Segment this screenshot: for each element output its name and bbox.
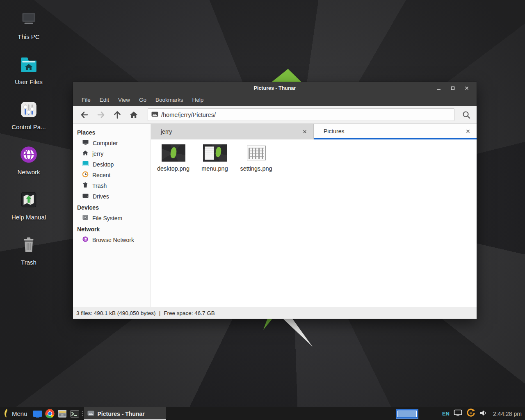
- distro-logo-icon: [3, 409, 9, 419]
- file-system-icon: [82, 214, 89, 222]
- sidebar-item-jerry[interactable]: jerry: [73, 148, 151, 159]
- applications-menu-button[interactable]: Menu: [0, 407, 32, 420]
- search-icon[interactable]: [459, 107, 474, 122]
- desktop-icon-trash[interactable]: Trash: [6, 235, 52, 280]
- sidebar-item-desktop[interactable]: Desktop: [73, 159, 151, 170]
- desktop-icon-label: This PC: [18, 33, 39, 40]
- menu-view[interactable]: View: [114, 94, 135, 106]
- content-column: jerry Pictures des: [151, 124, 477, 307]
- thunar-window: Pictures - Thunar File Edit View Go Book…: [73, 82, 477, 319]
- file-desktop-png[interactable]: desktop.png: [153, 144, 194, 172]
- panel-separator-handle[interactable]: [81, 407, 84, 420]
- path-bar[interactable]: /home/jerry/Pictures/: [148, 108, 454, 121]
- window-title: Pictures - Thunar: [73, 85, 477, 91]
- update-notifier-icon[interactable]: [466, 409, 475, 419]
- desktop-icon-label: Control Pa...: [11, 123, 46, 130]
- tab-pictures[interactable]: Pictures: [314, 124, 477, 139]
- menu-go[interactable]: Go: [135, 94, 151, 106]
- image-file-icon: [151, 111, 158, 119]
- menu-bar: File Edit View Go Bookmarks Help: [73, 94, 477, 106]
- folder-home-icon: [18, 54, 39, 75]
- volume-icon[interactable]: [479, 409, 487, 418]
- menu-button-label: Menu: [12, 410, 27, 417]
- menu-help[interactable]: Help: [188, 94, 208, 106]
- sidebar-header-devices: Devices: [73, 202, 151, 213]
- image-file-icon: [87, 410, 94, 418]
- system-tray: EN 2:44:28 pm: [396, 409, 525, 419]
- desktop-monitor-icon: [82, 160, 89, 169]
- tab-bar: jerry Pictures: [151, 124, 477, 139]
- keyboard-layout-indicator[interactable]: EN: [442, 411, 450, 417]
- desktop-icon-label: Network: [17, 169, 40, 176]
- tab-jerry[interactable]: jerry: [151, 124, 314, 139]
- control-panel-icon: [18, 99, 39, 120]
- computer-icon: [82, 139, 89, 147]
- up-button[interactable]: [109, 107, 126, 122]
- drives-icon: [82, 192, 89, 201]
- desktop: This PC User Files: [0, 0, 525, 420]
- desktop-icon-label: User Files: [15, 78, 43, 85]
- chrome-icon[interactable]: [44, 407, 56, 420]
- sidebar-item-drives[interactable]: Drives: [73, 191, 151, 202]
- desktop-icon-label: Trash: [21, 259, 37, 266]
- sidebar-item-computer[interactable]: Computer: [73, 138, 151, 148]
- taskbar-window-button[interactable]: Pictures - Thunar: [84, 407, 166, 420]
- home-icon: [82, 150, 89, 158]
- image-thumbnail: [203, 144, 227, 162]
- sidebar-item-file-system[interactable]: File System: [73, 213, 151, 224]
- display-icon[interactable]: [454, 409, 462, 418]
- globe-icon: [82, 236, 89, 244]
- desktop-icon-control-panel[interactable]: Control Pa...: [6, 99, 52, 144]
- wallpaper-green-sliver: [263, 319, 272, 330]
- taskbar: Menu: [0, 407, 525, 420]
- archive-manager-icon[interactable]: [56, 407, 68, 420]
- home-button[interactable]: [126, 107, 142, 122]
- sidebar-item-trash[interactable]: Trash: [73, 180, 151, 191]
- image-thumbnail: [162, 144, 185, 162]
- taskbar-clock[interactable]: 2:44:28 pm: [491, 411, 522, 417]
- tab-close-icon[interactable]: [464, 128, 472, 135]
- sidebar-item-recent[interactable]: Recent: [73, 170, 151, 180]
- trash-icon: [18, 235, 39, 255]
- file-settings-png[interactable]: settings.png: [235, 144, 277, 172]
- workspace-switcher[interactable]: [396, 409, 418, 419]
- window-titlebar[interactable]: Pictures - Thunar: [73, 82, 477, 94]
- maximize-icon[interactable]: [449, 84, 457, 92]
- back-button[interactable]: [76, 107, 93, 122]
- terminal-icon[interactable]: [68, 407, 81, 420]
- window-body: Places Computer jerry: [73, 124, 477, 307]
- desktop-icon-help-manual[interactable]: Help Manual: [6, 189, 52, 235]
- file-manager-launcher-icon[interactable]: [32, 407, 44, 420]
- desktop-icon-this-pc[interactable]: This PC: [6, 9, 52, 54]
- desktop-icon-column: This PC User Files: [6, 9, 52, 280]
- menu-bookmarks[interactable]: Bookmarks: [151, 94, 188, 106]
- file-list[interactable]: desktop.png menu.png settings.png: [151, 139, 477, 307]
- trash-small-icon: [82, 182, 89, 190]
- toolbar: /home/jerry/Pictures/: [73, 106, 477, 124]
- status-bar: 3 files: 490.1 kB (490,050 bytes) | Free…: [73, 307, 477, 319]
- menu-edit[interactable]: Edit: [95, 94, 114, 106]
- minimize-icon[interactable]: [435, 84, 443, 92]
- status-files-summary: 3 files: 490.1 kB (490,050 bytes): [76, 310, 156, 316]
- sidebar-header-places: Places: [73, 127, 151, 138]
- status-separator: |: [159, 310, 161, 316]
- close-icon[interactable]: [463, 84, 471, 92]
- desktop-icon-user-files[interactable]: User Files: [6, 54, 52, 99]
- sidebar: Places Computer jerry: [73, 124, 151, 307]
- forward-button[interactable]: [93, 107, 109, 122]
- taskbar-window-label: Pictures - Thunar: [98, 411, 145, 417]
- path-text: /home/jerry/Pictures/: [161, 112, 216, 118]
- pc-icon: [18, 9, 39, 30]
- file-menu-png[interactable]: menu.png: [194, 144, 235, 172]
- menu-file[interactable]: File: [77, 94, 95, 106]
- desktop-icon-label: Help Manual: [11, 214, 46, 221]
- sidebar-item-browse-network[interactable]: Browse Network: [73, 235, 151, 245]
- desktop-icon-network[interactable]: Network: [6, 144, 52, 189]
- tab-close-icon[interactable]: [301, 128, 308, 135]
- image-thumbnail: [247, 144, 266, 162]
- help-manual-icon: [18, 189, 39, 210]
- wallpaper-white-blade: [283, 319, 313, 347]
- clock-icon: [82, 171, 89, 179]
- sidebar-header-network: Network: [73, 224, 151, 235]
- network-globe-icon: [18, 144, 39, 165]
